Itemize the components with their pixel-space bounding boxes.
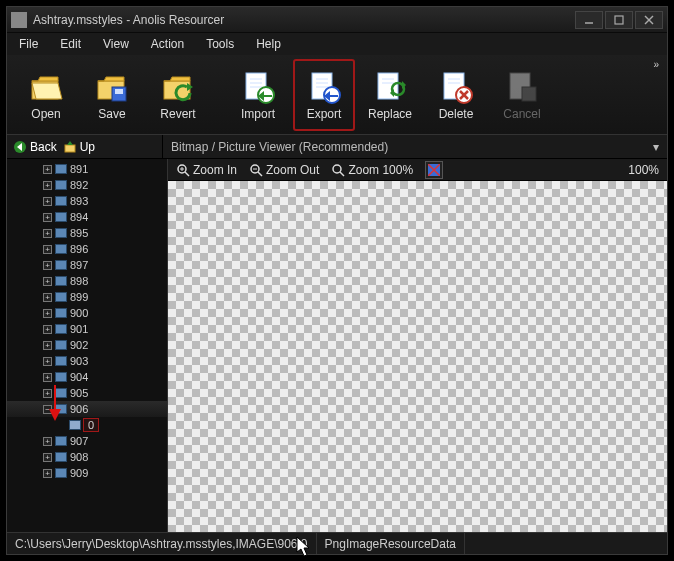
tree-node-label: 894 <box>70 211 88 223</box>
svg-marker-8 <box>98 77 124 81</box>
tree-node-902[interactable]: +902 <box>7 337 167 353</box>
tree-node-label: 907 <box>70 435 88 447</box>
tree-node-891[interactable]: +891 <box>7 161 167 177</box>
menu-action[interactable]: Action <box>141 35 194 53</box>
resource-icon <box>55 404 67 414</box>
tree-node-905[interactable]: +905 <box>7 385 167 401</box>
minimize-button[interactable] <box>575 11 603 29</box>
menu-file[interactable]: File <box>9 35 48 53</box>
document-cancel-icon <box>504 69 540 105</box>
export-button[interactable]: Export <box>293 59 355 131</box>
image-canvas-area[interactable] <box>168 181 667 532</box>
zoom-100-label: Zoom 100% <box>348 163 413 177</box>
replace-button[interactable]: Replace <box>359 59 421 131</box>
save-button[interactable]: Save <box>81 59 143 131</box>
back-link[interactable]: Back <box>13 140 57 154</box>
tree-node-892[interactable]: +892 <box>7 177 167 193</box>
tree-node-label: 893 <box>70 195 88 207</box>
tree-node-900[interactable]: +900 <box>7 305 167 321</box>
resource-icon <box>69 420 81 430</box>
zoom-100-button[interactable]: Zoom 100% <box>331 163 413 177</box>
tree-expander-icon[interactable]: + <box>43 469 52 478</box>
main-area: +891+892+893+894+895+896+897+898+899+900… <box>7 159 667 532</box>
tree-expander-icon[interactable]: + <box>43 181 52 190</box>
folder-save-icon <box>94 69 130 105</box>
resource-tree[interactable]: +891+892+893+894+895+896+897+898+899+900… <box>7 159 168 532</box>
delete-label: Delete <box>439 107 474 121</box>
menu-help[interactable]: Help <box>246 35 291 53</box>
tree-node-901[interactable]: +901 <box>7 321 167 337</box>
up-link[interactable]: Up <box>63 140 95 154</box>
folder-revert-icon <box>160 69 196 105</box>
checker-toggle-button[interactable] <box>425 161 443 179</box>
tree-expander-icon[interactable]: + <box>43 437 52 446</box>
maximize-button[interactable] <box>605 11 633 29</box>
revert-label: Revert <box>160 107 195 121</box>
tree-node-906[interactable]: −906 <box>7 401 167 417</box>
main-window: Ashtray.msstyles - Anolis Resourcer File… <box>6 6 668 555</box>
import-button[interactable]: Import <box>227 59 289 131</box>
tree-node-label: 895 <box>70 227 88 239</box>
tree-node-904[interactable]: +904 <box>7 369 167 385</box>
menu-view[interactable]: View <box>93 35 139 53</box>
tree-expander-icon[interactable]: + <box>43 245 52 254</box>
cancel-button[interactable]: Cancel <box>491 59 553 131</box>
open-button[interactable]: Open <box>15 59 77 131</box>
resource-icon <box>55 388 67 398</box>
tree-node-895[interactable]: +895 <box>7 225 167 241</box>
resource-icon <box>55 180 67 190</box>
tree-node-896[interactable]: +896 <box>7 241 167 257</box>
tree-expander-icon[interactable]: − <box>43 405 52 414</box>
tree-node-893[interactable]: +893 <box>7 193 167 209</box>
close-button[interactable] <box>635 11 663 29</box>
revert-button[interactable]: Revert <box>147 59 209 131</box>
tree-expander-icon[interactable]: + <box>43 197 52 206</box>
tree-leaf-906-0[interactable]: 0 <box>7 417 167 433</box>
folder-open-icon <box>28 69 64 105</box>
menu-edit[interactable]: Edit <box>50 35 91 53</box>
zoom-out-button[interactable]: Zoom Out <box>249 163 319 177</box>
svg-marker-12 <box>164 77 190 81</box>
tree-expander-icon[interactable]: + <box>43 213 52 222</box>
toolbar: » Open Save Revert Import <box>7 55 667 135</box>
tree-expander-icon[interactable]: + <box>43 357 52 366</box>
tree-node-label: 905 <box>70 387 88 399</box>
resource-icon <box>55 324 67 334</box>
tree-expander-icon[interactable]: + <box>43 309 52 318</box>
tree-expander-icon[interactable]: + <box>43 373 52 382</box>
tree-expander-icon[interactable]: + <box>43 277 52 286</box>
delete-button[interactable]: Delete <box>425 59 487 131</box>
tree-expander-icon[interactable]: + <box>43 229 52 238</box>
tree-node-903[interactable]: +903 <box>7 353 167 369</box>
tree-node-909[interactable]: +909 <box>7 465 167 481</box>
replace-label: Replace <box>368 107 412 121</box>
tree-expander-icon[interactable]: + <box>43 261 52 270</box>
toolbar-overflow-icon[interactable]: » <box>653 59 659 70</box>
tree-node-899[interactable]: +899 <box>7 289 167 305</box>
up-label: Up <box>80 140 95 154</box>
tree-node-897[interactable]: +897 <box>7 257 167 273</box>
resource-icon <box>55 244 67 254</box>
tree-expander-icon[interactable]: + <box>43 293 52 302</box>
export-label: Export <box>307 107 342 121</box>
save-label: Save <box>98 107 125 121</box>
document-import-icon <box>240 69 276 105</box>
tree-node-908[interactable]: +908 <box>7 449 167 465</box>
tree-expander-icon[interactable]: + <box>43 165 52 174</box>
tree-node-894[interactable]: +894 <box>7 209 167 225</box>
tree-expander-icon[interactable]: + <box>43 325 52 334</box>
viewer-selector-dropdown[interactable]: Bitmap / Picture Viewer (Recommended) ▾ <box>163 135 667 158</box>
menu-tools[interactable]: Tools <box>196 35 244 53</box>
tree-expander-icon[interactable]: + <box>43 389 52 398</box>
zoom-in-button[interactable]: Zoom In <box>176 163 237 177</box>
resource-icon <box>55 468 67 478</box>
tree-expander-icon[interactable]: + <box>43 453 52 462</box>
zoom-toolbar: Zoom In Zoom Out Zoom 100% 100% <box>168 159 667 181</box>
tree-node-898[interactable]: +898 <box>7 273 167 289</box>
tree-node-label: 904 <box>70 371 88 383</box>
tree-node-907[interactable]: +907 <box>7 433 167 449</box>
tree-expander-icon[interactable]: + <box>43 341 52 350</box>
nav-left: Back Up <box>7 135 163 158</box>
viewer-panel: Zoom In Zoom Out Zoom 100% 100% <box>168 159 667 532</box>
transparency-checkerboard <box>168 181 667 532</box>
